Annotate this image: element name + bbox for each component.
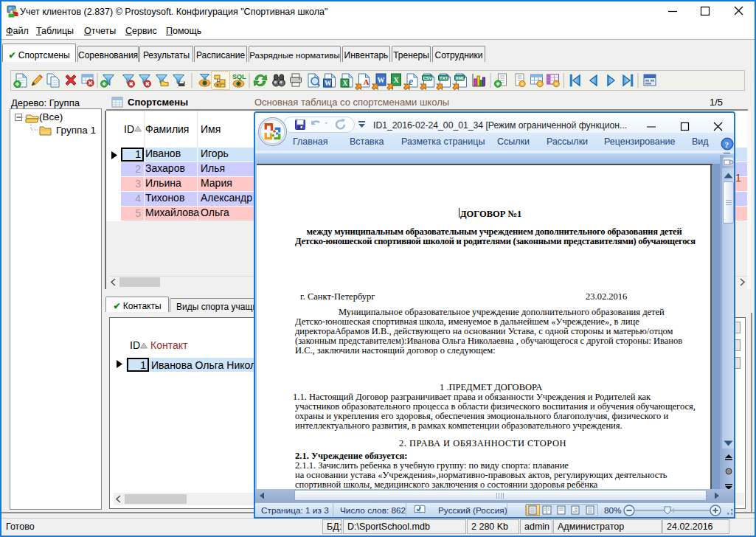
svg-text:W: W <box>325 80 332 87</box>
svg-text:A: A <box>364 77 370 86</box>
svg-text:XML: XML <box>456 76 465 80</box>
svg-text:X: X <box>394 76 400 84</box>
svg-text:W: W <box>378 76 385 84</box>
svg-text:TXT: TXT <box>440 76 448 80</box>
svg-text:SQL: SQL <box>232 73 246 80</box>
svg-text:CSV: CSV <box>423 76 432 80</box>
svg-text:?: ? <box>725 140 729 149</box>
svg-text:X: X <box>343 80 348 87</box>
